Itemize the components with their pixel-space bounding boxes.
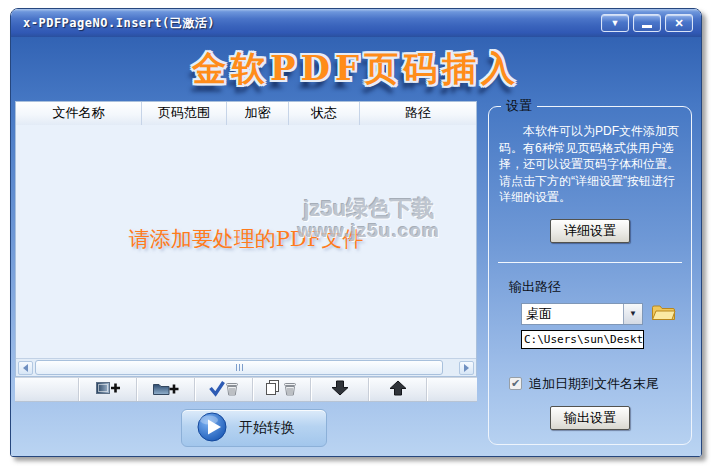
grip-icon xyxy=(236,364,237,371)
start-convert-label: 开始转换 xyxy=(239,419,295,437)
append-date-label: 追加日期到文件名末尾 xyxy=(529,375,659,393)
start-convert-button[interactable]: 开始转换 xyxy=(181,409,327,447)
column-header-pagerange[interactable]: 页码范围 xyxy=(142,102,227,125)
scroll-right-icon xyxy=(464,364,469,372)
output-path-value: 桌面 xyxy=(522,304,623,324)
add-folder-icon xyxy=(152,379,179,400)
column-header-encrypted[interactable]: 加密 xyxy=(227,102,289,125)
output-path-select[interactable]: 桌面 ▼ xyxy=(521,303,643,325)
check-trash-icon xyxy=(208,379,239,400)
arrow-up-icon xyxy=(388,380,408,399)
add-file-button[interactable] xyxy=(95,379,121,401)
minimize-icon xyxy=(642,25,652,28)
pages-trash-icon xyxy=(265,379,298,400)
screen: x-PDFPageNO.Insert(已激活) ▼ ✕ 金软PDF页码插入 文件… xyxy=(0,0,717,469)
horizontal-scrollbar[interactable] xyxy=(16,358,476,376)
window-body: 金软PDF页码插入 文件名称 页码范围 加密 状态 路径 请添加要处理的PDF文… xyxy=(11,37,701,456)
output-path-row: 桌面 ▼ xyxy=(521,303,691,325)
add-file-icon xyxy=(95,379,121,400)
combo-dropdown-button[interactable]: ▼ xyxy=(623,304,642,324)
column-header-filename[interactable]: 文件名称 xyxy=(16,102,142,125)
file-list: 文件名称 页码范围 加密 状态 路径 请添加要处理的PDF文件 jz5u绿色下载… xyxy=(15,101,477,377)
scroll-left-button[interactable] xyxy=(18,361,33,375)
close-icon: ✕ xyxy=(674,15,683,31)
file-list-body[interactable]: 请添加要处理的PDF文件 jz5u绿色下载 www.jz5u.com xyxy=(16,125,476,358)
app-banner: 金软PDF页码插入 xyxy=(11,39,701,99)
settings-description: 本软件可以为PDF文件添加页码。有6种常见页码格式供用户选择，还可以设置页码字体… xyxy=(499,123,681,206)
add-folder-button[interactable] xyxy=(152,379,179,401)
play-icon xyxy=(196,411,228,446)
folder-icon xyxy=(650,302,677,325)
scroll-right-button[interactable] xyxy=(459,361,474,375)
browse-folder-button[interactable] xyxy=(650,303,677,325)
column-header-path[interactable]: 路径 xyxy=(360,102,476,125)
watermark-line1: jz5u绿色下载 xyxy=(298,197,440,221)
window-title: x-PDFPageNO.Insert(已激活) xyxy=(23,15,215,32)
remove-selected-button[interactable] xyxy=(208,379,239,401)
output-path-label: 输出路径 xyxy=(509,278,691,296)
append-date-checkbox[interactable]: ✔ 追加日期到文件名末尾 xyxy=(509,375,691,393)
chevron-down-icon: ▼ xyxy=(629,309,637,318)
toolbar xyxy=(15,377,477,402)
watermark-line2: www.jz5u.com xyxy=(298,221,440,242)
app-title: 金软PDF页码插入 xyxy=(192,46,520,92)
window-controls: ▼ ✕ xyxy=(601,14,693,32)
scroll-left-icon xyxy=(23,364,28,372)
settings-group-label: 设置 xyxy=(501,97,537,115)
site-watermark: jz5u绿色下载 www.jz5u.com xyxy=(298,197,440,242)
checkbox-checked-icon: ✔ xyxy=(509,377,522,390)
menu-button[interactable]: ▼ xyxy=(601,14,629,32)
chevron-down-icon: ▼ xyxy=(611,15,620,31)
column-header-status[interactable]: 状态 xyxy=(289,102,360,125)
minimize-button[interactable] xyxy=(633,14,661,32)
settings-panel: 设置 本软件可以为PDF文件添加页码。有6种常见页码格式供用户选择，还可以设置页… xyxy=(488,97,692,445)
close-button[interactable]: ✕ xyxy=(665,14,693,32)
remove-all-button[interactable] xyxy=(265,379,298,401)
titlebar[interactable]: x-PDFPageNO.Insert(已激活) ▼ ✕ xyxy=(11,9,701,38)
file-list-header: 文件名称 页码范围 加密 状态 路径 xyxy=(16,102,476,126)
scrollbar-thumb[interactable] xyxy=(35,360,443,375)
move-down-button[interactable] xyxy=(330,379,350,401)
detail-settings-button[interactable]: 详细设置 xyxy=(550,219,630,243)
output-path-preview: C:\Users\sun\Desktop xyxy=(521,330,644,349)
move-up-button[interactable] xyxy=(388,379,408,401)
output-settings-button[interactable]: 输出设置 xyxy=(550,406,630,430)
app-window: x-PDFPageNO.Insert(已激活) ▼ ✕ 金软PDF页码插入 文件… xyxy=(10,8,702,457)
divider xyxy=(498,262,682,263)
arrow-down-icon xyxy=(330,380,350,399)
